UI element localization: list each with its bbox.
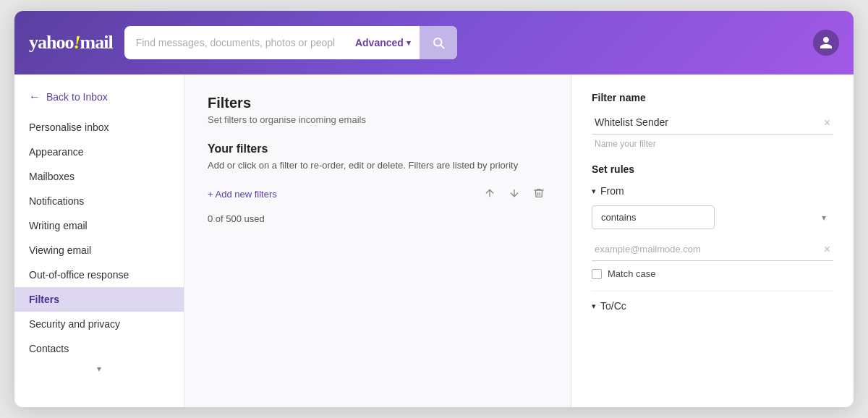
scroll-down-indicator: ▾ (14, 361, 184, 377)
sidebar-item-out-of-office[interactable]: Out-of-office response (14, 263, 184, 287)
main-content: Filters Set filters to organise incoming… (184, 74, 571, 407)
add-filter-button[interactable]: + Add new filters (208, 189, 277, 200)
sidebar: ← Back to Inbox Personalise inbox Appear… (14, 74, 184, 407)
from-rule-header[interactable]: ▾ From (592, 185, 833, 197)
app-window: yahoo!mail Advanced ▾ (14, 11, 854, 407)
from-rule-section: ▾ From contains does not contain is is n… (592, 185, 833, 279)
clear-email-icon[interactable]: × (824, 243, 830, 256)
search-button[interactable] (420, 26, 457, 59)
sidebar-item-filters[interactable]: Filters (14, 287, 184, 312)
email-input[interactable] (592, 238, 833, 261)
clear-filter-name-icon[interactable]: × (824, 116, 830, 129)
set-rules-label: Set rules (592, 163, 833, 175)
contains-select-wrap: contains does not contain is is not ▾ (592, 205, 833, 229)
email-input-wrap: × (592, 238, 833, 261)
match-case-row: Match case (592, 268, 833, 279)
contains-select[interactable]: contains does not contain is is not (592, 205, 715, 229)
sidebar-item-security-privacy[interactable]: Security and privacy (14, 312, 184, 336)
sidebar-item-mailboxes[interactable]: Mailboxes (14, 164, 184, 189)
page-subtitle: Set filters to organise incoming emails (208, 114, 548, 125)
move-down-button[interactable] (506, 184, 523, 205)
filter-name-hint: Name your filter (592, 139, 833, 149)
sidebar-item-notifications[interactable]: Notifications (14, 189, 184, 213)
svg-line-1 (441, 45, 443, 48)
sidebar-item-contacts[interactable]: Contacts (14, 336, 184, 361)
chevron-down-icon: ▾ (592, 187, 596, 196)
sidebar-item-appearance[interactable]: Appearance (14, 140, 184, 164)
advanced-button[interactable]: Advanced ▾ (346, 37, 420, 48)
avatar[interactable] (813, 30, 839, 56)
divider (592, 291, 833, 291)
page-title: Filters (208, 95, 548, 111)
sidebar-item-writing-email[interactable]: Writing email (14, 213, 184, 238)
select-chevron-icon: ▾ (822, 213, 826, 223)
your-filters-title: Your filters (208, 142, 548, 155)
filter-name-input-wrap: × (592, 111, 833, 135)
your-filters-desc: Add or click on a filter to re-order, ed… (208, 158, 548, 173)
filter-name-input[interactable] (592, 111, 833, 135)
used-count: 0 of 500 used (208, 213, 548, 224)
move-up-button[interactable] (481, 184, 498, 205)
from-rule-content: contains does not contain is is not ▾ × (592, 205, 833, 279)
from-label: From (600, 185, 624, 197)
match-case-label: Match case (608, 268, 655, 279)
filters-toolbar: + Add new filters (208, 184, 548, 205)
search-bar: Advanced ▾ (124, 26, 457, 59)
sidebar-scroll: ← Back to Inbox Personalise inbox Appear… (14, 74, 184, 407)
search-input[interactable] (124, 37, 346, 48)
filter-name-label: Filter name (592, 92, 833, 103)
body: ← Back to Inbox Personalise inbox Appear… (14, 74, 854, 407)
sidebar-item-viewing-email[interactable]: Viewing email (14, 238, 184, 263)
sidebar-item-personalise-inbox[interactable]: Personalise inbox (14, 115, 184, 140)
tocc-label: To/Cc (600, 300, 626, 312)
yahoo-mail-logo: yahoo!mail (29, 32, 113, 54)
back-to-inbox-label: Back to Inbox (46, 91, 108, 103)
back-to-inbox-link[interactable]: ← Back to Inbox (14, 83, 184, 115)
chevron-down-icon: ▾ (407, 38, 411, 48)
match-case-checkbox[interactable] (592, 269, 602, 279)
right-panel: Filter name × Name your filter Set rules… (571, 74, 854, 407)
delete-filter-button[interactable] (530, 184, 548, 205)
your-filters-section: Your filters Add or click on a filter to… (208, 142, 548, 173)
chevron-down-icon: ▾ (592, 302, 596, 311)
arrow-left-icon: ← (29, 90, 41, 103)
tocc-rule-header[interactable]: ▾ To/Cc (592, 300, 833, 312)
header: yahoo!mail Advanced ▾ (14, 11, 854, 74)
